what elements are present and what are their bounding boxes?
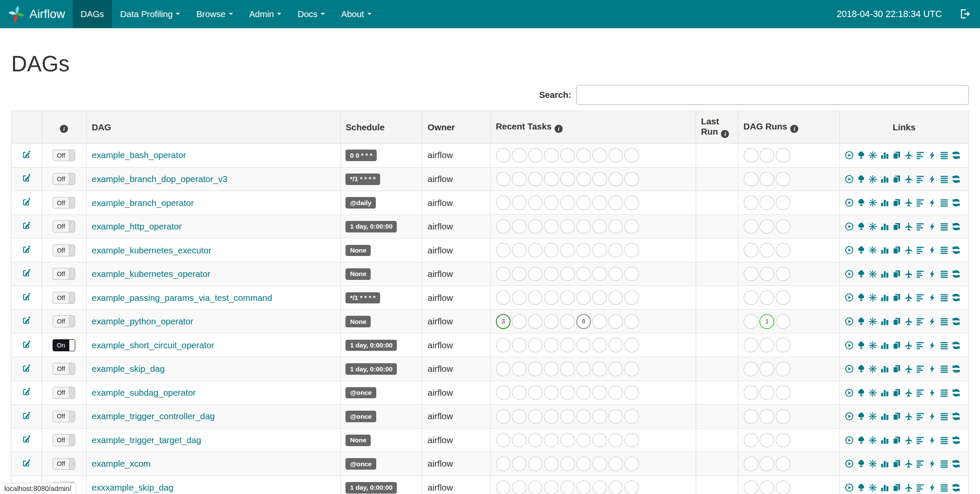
task-state-circle[interactable] [576, 338, 591, 353]
graph-view-icon[interactable] [868, 151, 877, 159]
dag-run-circle[interactable] [744, 480, 759, 494]
task-state-circle[interactable] [528, 362, 543, 376]
schedule-badge[interactable]: */1 * * * * [345, 173, 380, 185]
task-state-circle[interactable] [624, 385, 639, 400]
trigger-dag-icon[interactable] [845, 436, 853, 444]
nav-item-data-profiling[interactable]: Data Profiling [112, 0, 188, 28]
task-state-circle[interactable] [560, 480, 575, 494]
landing-times-icon[interactable] [904, 175, 913, 183]
task-duration-icon[interactable] [880, 412, 889, 420]
task-state-circle[interactable] [512, 195, 527, 210]
landing-times-icon[interactable] [904, 412, 913, 420]
schedule-badge[interactable]: */1 * * * * [345, 292, 380, 304]
task-state-circle[interactable] [624, 219, 639, 234]
task-state-circle[interactable] [496, 219, 511, 234]
task-state-circle[interactable] [512, 314, 527, 329]
task-state-circle[interactable] [592, 385, 607, 400]
code-view-icon[interactable] [928, 436, 936, 444]
logs-icon[interactable] [940, 198, 948, 207]
logs-icon[interactable] [940, 246, 948, 254]
search-input[interactable] [576, 85, 969, 104]
tree-view-icon[interactable] [857, 412, 865, 420]
task-state-circle[interactable] [528, 314, 543, 329]
edit-dag-icon[interactable] [22, 268, 31, 277]
gantt-icon[interactable] [916, 459, 924, 468]
gantt-icon[interactable] [916, 293, 924, 302]
task-state-circle[interactable] [512, 338, 527, 353]
edit-dag-icon[interactable] [22, 435, 31, 443]
dag-run-circle[interactable] [759, 148, 774, 163]
landing-times-icon[interactable] [904, 483, 913, 492]
task-duration-icon[interactable] [880, 222, 889, 231]
col-header-recent-tasks[interactable]: Recent Tasks [490, 111, 696, 144]
col-header-info[interactable] [41, 111, 86, 144]
tree-view-icon[interactable] [857, 483, 865, 492]
dag-link[interactable]: example_trigger_controller_dag [92, 411, 215, 421]
code-view-icon[interactable] [928, 270, 936, 278]
pause-toggle[interactable]: Off [53, 221, 75, 232]
dag-link[interactable]: example_subdag_operator [92, 388, 196, 397]
task-state-circle[interactable] [512, 148, 527, 163]
edit-dag-icon[interactable] [22, 459, 31, 467]
logs-icon[interactable] [940, 222, 948, 231]
schedule-badge[interactable]: @once [345, 411, 376, 422]
task-duration-icon[interactable] [880, 246, 889, 254]
task-duration-icon[interactable] [880, 459, 889, 468]
task-state-circle[interactable] [544, 385, 559, 400]
trigger-dag-icon[interactable] [845, 365, 853, 373]
task-state-circle[interactable] [576, 480, 591, 494]
landing-times-icon[interactable] [904, 222, 913, 231]
code-view-icon[interactable] [928, 459, 936, 468]
task-state-circle[interactable] [512, 172, 527, 187]
task-state-circle[interactable] [544, 195, 559, 210]
gantt-icon[interactable] [916, 436, 924, 444]
task-state-circle[interactable] [576, 148, 591, 163]
pause-toggle[interactable]: Off [53, 292, 75, 304]
col-header-owner[interactable]: Owner [422, 111, 490, 144]
task-state-circle[interactable] [496, 267, 511, 282]
task-state-circle[interactable] [512, 290, 527, 305]
schedule-badge[interactable]: 1 day, 0:00:00 [345, 363, 397, 375]
task-state-circle[interactable] [544, 148, 559, 163]
trigger-dag-icon[interactable] [845, 412, 853, 420]
task-state-circle[interactable] [624, 290, 639, 305]
task-state-circle[interactable] [576, 409, 591, 424]
task-state-circle[interactable] [592, 409, 607, 424]
gantt-icon[interactable] [916, 317, 924, 326]
gantt-icon[interactable] [916, 198, 924, 207]
task-state-circle[interactable] [528, 433, 543, 448]
task-state-circle[interactable] [576, 219, 591, 234]
task-duration-icon[interactable] [880, 365, 889, 373]
pause-toggle[interactable]: Off [53, 197, 75, 209]
info-icon[interactable] [60, 125, 68, 133]
task-state-circle[interactable] [512, 385, 527, 400]
dag-run-circle[interactable] [776, 409, 791, 424]
dag-link[interactable]: example_short_circuit_operator [92, 340, 215, 350]
task-state-circle[interactable] [560, 338, 575, 353]
refresh-icon[interactable] [952, 436, 960, 444]
gantt-icon[interactable] [916, 365, 924, 373]
dag-run-circle[interactable] [759, 195, 774, 210]
task-state-circle[interactable] [496, 195, 511, 210]
task-state-circle[interactable] [528, 385, 543, 400]
code-view-icon[interactable] [928, 365, 936, 373]
graph-view-icon[interactable] [868, 222, 877, 231]
dag-link[interactable]: exxxample_skip_dag [92, 482, 174, 492]
task-state-circle[interactable] [544, 267, 559, 282]
task-state-circle[interactable] [528, 338, 543, 353]
col-header-last-run[interactable]: Last Run [696, 111, 738, 144]
tree-view-icon[interactable] [857, 246, 865, 254]
task-state-circle[interactable] [512, 267, 527, 282]
task-state-circle[interactable] [512, 480, 527, 494]
dag-run-circle[interactable] [759, 362, 774, 376]
code-view-icon[interactable] [928, 412, 936, 420]
nav-item-admin[interactable]: Admin [241, 0, 289, 28]
pause-toggle[interactable]: Off [53, 150, 75, 162]
task-state-circle[interactable] [512, 219, 527, 234]
task-state-circle[interactable] [528, 148, 543, 163]
dag-run-circle[interactable] [776, 433, 791, 448]
logs-icon[interactable] [940, 270, 948, 278]
graph-view-icon[interactable] [868, 483, 877, 492]
tree-view-icon[interactable] [857, 459, 865, 468]
airflow-brand-link[interactable]: Airflow [0, 0, 73, 28]
